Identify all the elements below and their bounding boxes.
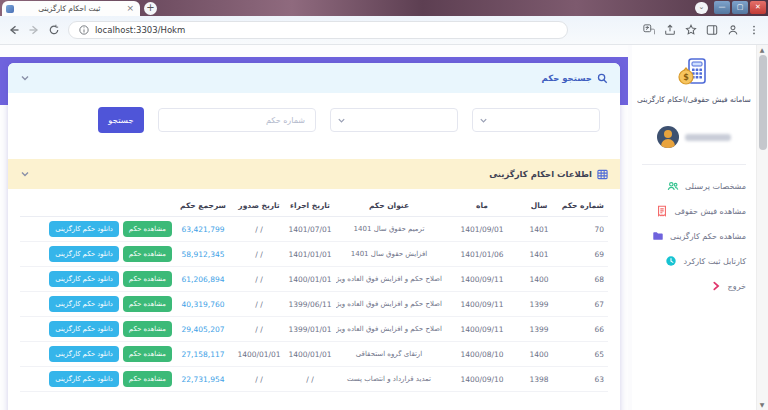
sidebar-item-worklog-cartable[interactable]: کارتابل ثبت کارکرد [642,252,746,270]
browser-toolbar: localhost:3303/Hokm [0,16,768,45]
profile-icon[interactable] [727,24,739,36]
issue-date-cell: / / [234,300,284,309]
decree-folder-icon [652,230,664,242]
bookmark-star-icon[interactable] [685,24,697,36]
exec-date-cell: 1399/06/11 [284,300,336,309]
back-icon[interactable] [8,24,20,36]
side-panel-icon[interactable] [706,24,718,36]
table-row: 67 1399 1400/09/11 اصلاح حکم و افزایش فو… [20,292,608,317]
sidebar-item-view-payslip[interactable]: مشاهده فیش حقوقی [642,202,746,220]
forward-icon[interactable] [28,24,40,36]
search-panel-title: جستجو حکم [542,73,592,83]
issue-date-cell: / / [234,275,284,284]
translate-icon[interactable] [643,24,655,36]
page-content: جستجو حکم جستجو اطلاع [0,45,768,410]
download-decree-button[interactable]: دانلود حکم کارگزینی [49,346,119,362]
year-cell: 1401 [522,225,556,234]
view-decree-button[interactable]: مشاهده حکم [123,371,172,387]
year-select[interactable] [472,108,600,132]
download-decree-button[interactable]: دانلود حکم کارگزینی [49,221,119,237]
total-amount-cell[interactable]: 22,731,954 [172,375,234,384]
row-actions: مشاهده حکم دانلود حکم کارگزینی [20,321,172,337]
total-amount-cell[interactable]: 63,421,799 [172,225,234,234]
col-decree-number: شماره حکم [556,201,608,210]
total-amount-cell[interactable]: 29,405,207 [172,325,234,334]
download-decree-button[interactable]: دانلود حکم کارگزینی [49,371,119,387]
content-card: جستجو حکم جستجو اطلاع [8,63,620,410]
clock-icon [665,255,677,267]
download-decree-button[interactable]: دانلود حکم کارگزینی [49,271,119,287]
close-button[interactable]: ✕ [750,1,766,14]
table-row: 65 1400 1400/08/10 ارتقای گروه استحقاقی … [20,342,608,367]
decree-number-input[interactable] [158,108,316,132]
menu-kebab-icon[interactable] [748,24,760,36]
view-decree-button[interactable]: مشاهده حکم [123,296,172,312]
sidebar-divider [642,164,746,165]
row-actions: مشاهده حکم دانلود حکم کارگزینی [20,371,172,387]
download-decree-button[interactable]: دانلود حکم کارگزینی [49,246,119,262]
tab-favicon-icon [6,5,14,13]
decree-number-cell: 63 [556,375,608,384]
decree-number-cell: 69 [556,250,608,259]
total-amount-cell[interactable]: 40,319,760 [172,300,234,309]
titlebar-collapse-button[interactable]: ⌄ [695,2,708,14]
chevron-down-icon [337,116,346,125]
page-scrollbar[interactable]: ▲ ▼ [756,45,768,410]
year-cell: 1398 [522,375,556,384]
year-cell: 1399 [522,300,556,309]
chevron-down-icon[interactable] [20,73,30,83]
search-panel-header[interactable]: جستجو حکم [8,63,620,93]
browser-titlebar: ثبت احکام کارگزینی × + ⌄ — ▢ ✕ [0,0,768,16]
reload-icon[interactable] [48,24,60,36]
search-button[interactable]: جستجو [98,107,144,133]
avatar[interactable] [657,126,679,148]
month-cell: 1400/08/10 [442,350,522,359]
view-decree-button[interactable]: مشاهده حکم [123,321,172,337]
issue-date-cell: / / [234,225,284,234]
scroll-up-icon[interactable]: ▲ [756,45,768,55]
decree-title-cell: تمدید قرارداد و انتصاب پست [336,375,442,383]
table-panel-header[interactable]: اطلاعات احکام کارگزینی [8,159,620,189]
minimize-button[interactable]: — [714,1,730,14]
view-decree-button[interactable]: مشاهده حکم [123,221,172,237]
toolbar-right-icons [643,24,760,36]
month-select[interactable] [330,108,458,132]
view-decree-button[interactable]: مشاهده حکم [123,246,172,262]
col-issue-date: تاریخ صدور [234,201,284,210]
decree-title-cell: افزایش حقوق سال 1401 [336,250,442,258]
month-cell: 1400/09/11 [442,275,522,284]
scroll-down-icon[interactable]: ▼ [756,400,768,410]
share-icon[interactable] [664,24,676,36]
address-bar[interactable]: localhost:3303/Hokm [68,21,568,39]
year-cell: 1400 [522,275,556,284]
sidebar-item-personnel-info[interactable]: مشخصات پرسنلی [642,177,746,195]
user-row[interactable] [632,126,756,148]
exec-date-cell: / / [284,375,336,384]
year-cell: 1400 [522,350,556,359]
total-amount-cell[interactable]: 61,206,894 [172,275,234,284]
month-cell: 1401/01/06 [442,250,522,259]
decree-title-cell: اصلاح حکم و افزایش فوق العاده ویژه از سط… [336,275,442,283]
users-icon [667,180,679,192]
scrollbar-thumb[interactable] [759,55,767,150]
view-decree-button[interactable]: مشاهده حکم [123,271,172,287]
svg-text:$: $ [683,73,689,82]
view-decree-button[interactable]: مشاهده حکم [123,346,172,362]
tab-close-icon[interactable]: × [124,4,136,13]
exec-date-cell: 1400/01/01 [284,350,336,359]
sidebar-item-view-decree[interactable]: مشاهده حکم کارگزینی [642,227,746,245]
chevron-down-icon[interactable] [20,169,30,179]
url-text[interactable]: localhost:3303/Hokm [95,25,185,35]
table-row: 68 1400 1400/09/11 اصلاح حکم و افزایش فو… [20,267,608,292]
total-amount-cell[interactable]: 58,912,345 [172,250,234,259]
download-decree-button[interactable]: دانلود حکم کارگزینی [49,296,119,312]
sidebar-item-logout[interactable]: خروج [642,277,746,295]
col-exec-date: تاریخ اجراء [284,201,336,210]
site-info-icon[interactable] [79,25,89,35]
browser-tab[interactable]: ثبت احکام کارگزینی × [2,1,140,16]
new-tab-button[interactable]: + [144,2,157,15]
total-amount-cell[interactable]: 27,158,117 [172,350,234,359]
maximize-button[interactable]: ▢ [732,1,748,14]
download-decree-button[interactable]: دانلود حکم کارگزینی [49,321,119,337]
exec-date-cell: 1400/01/01 [284,275,336,284]
